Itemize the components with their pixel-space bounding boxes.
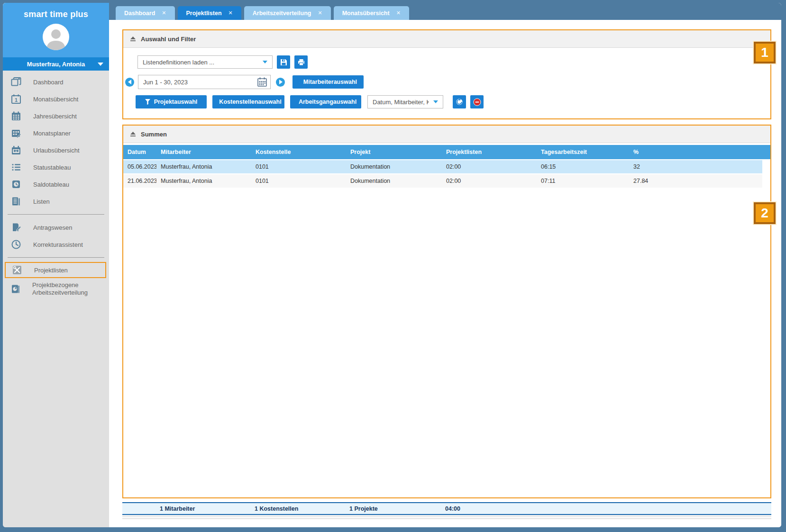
avatar [43, 24, 69, 50]
date-range-input[interactable]: Jun 1 - 30, 2023 [138, 75, 271, 89]
month-planner-icon [10, 127, 22, 139]
sidebar-item-listen[interactable]: Listen [3, 193, 109, 210]
correction-assistant-icon [10, 239, 22, 250]
summen-table: Datum Mitarbeiter Kostenstelle Projekt P… [123, 143, 770, 188]
people-icon [299, 79, 300, 85]
tab-monatsuebersicht[interactable]: Monatsübersicht ✕ [334, 6, 409, 20]
sidebar-item-label: Dashboard [33, 79, 64, 86]
date-range-value: Jun 1 - 30, 2023 [143, 79, 188, 86]
user-menu[interactable]: Musterfrau, Antonia [3, 57, 109, 71]
save-icon [280, 59, 287, 66]
cell-projektlisten: 02:00 [442, 178, 537, 184]
column-header-projektlisten[interactable]: Projektlisten [442, 149, 537, 155]
tab-bar: Dashboard ✕ Projektlisten ✕ Arbeitszeitv… [109, 3, 781, 20]
save-button[interactable] [277, 55, 290, 69]
cell-datum: 21.06.2023 [123, 178, 156, 184]
projektauswahl-button[interactable]: Projektauswahl [136, 95, 207, 108]
column-header-kostenstelle[interactable]: Kostenstelle [251, 149, 346, 155]
summary-projekte: 1 Projekte [345, 505, 441, 512]
sidebar-item-label: Saldotableau [33, 181, 69, 188]
sidebar-header: smart time plus [3, 3, 109, 57]
content: Auswahl und Filter Listendefinitionen la… [109, 20, 781, 527]
tab-dashboard[interactable]: Dashboard ✕ [116, 6, 175, 20]
cell-projekt: Dokumentation [346, 178, 442, 184]
remove-icon [473, 98, 481, 106]
summary-bar: 1 Mitarbeiter 1 Kostenstellen 1 Projekte… [122, 502, 771, 515]
project-worktime-icon [10, 283, 21, 295]
table-row[interactable]: 21.06.2023 Musterfrau, Antonia 0101 Doku… [123, 174, 762, 188]
next-period-button[interactable] [276, 78, 285, 87]
sidebar-divider [8, 257, 104, 258]
summary-kostenstellen: 1 Kostenstellen [250, 505, 345, 512]
cell-mitarbeiter: Musterfrau, Antonia [156, 163, 251, 170]
app-title: smart time plus [3, 3, 109, 19]
user-name: Musterfrau, Antonia [27, 61, 85, 68]
column-header-percent[interactable]: % [629, 149, 770, 155]
cell-projektlisten: 02:00 [442, 163, 537, 170]
close-icon[interactable]: ✕ [396, 10, 401, 16]
table-row[interactable]: 05.06.2023 Musterfrau, Antonia 0101 Doku… [123, 160, 762, 173]
main-area: Dashboard ✕ Projektlisten ✕ Arbeitszeitv… [109, 3, 781, 527]
sort-select[interactable]: Datum, Mitarbeiter, K... [367, 95, 443, 108]
chevron-down-icon [263, 61, 267, 63]
status-tableau-icon [10, 162, 22, 173]
refresh-button[interactable] [453, 95, 466, 108]
sidebar-item-dashboard[interactable]: Dashboard [3, 73, 109, 90]
sidebar-item-projektbezogene-arbeitszeitverteilung[interactable]: Projektbezogene Arbeitszeitverteilung [3, 278, 109, 300]
cell-datum: 05.06.2023 [123, 163, 156, 170]
cell-kostenstelle: 0101 [251, 163, 346, 170]
tab-arbeitszeitverteilung[interactable]: Arbeitszeitverteilung ✕ [244, 6, 331, 20]
button-label: Arbeitsgangauswahl [299, 99, 356, 105]
saldo-tableau-icon [10, 179, 22, 190]
sidebar-item-antragswesen[interactable]: Antragswesen [3, 219, 109, 236]
summary-mitarbeiter: 1 Mitarbeiter [155, 505, 250, 512]
button-label: Kostenstellenauswahl [219, 99, 281, 105]
sidebar-item-label: Monatsübersicht [33, 96, 78, 103]
sidebar-item-saldotableau[interactable]: Saldotableau [3, 176, 109, 193]
collapse-icon[interactable] [130, 132, 136, 137]
summen-panel-header[interactable]: Summen [123, 126, 770, 143]
sidebar-menu: Dashboard 1 Monatsübersicht Jahresübersi… [3, 71, 109, 527]
arbeitsgangauswahl-button[interactable]: Arbeitsgangauswahl [290, 95, 361, 108]
sidebar-divider [8, 214, 104, 215]
sidebar-item-projektlisten[interactable]: Projektlisten [5, 262, 106, 278]
column-header-datum[interactable]: Datum [123, 149, 156, 155]
filter-panel-header[interactable]: Auswahl und Filter [123, 30, 770, 48]
print-button[interactable] [294, 55, 308, 69]
sidebar-item-urlaubsuebersicht[interactable]: Urlaubsübersicht [3, 142, 109, 159]
kostenstellenauswahl-button[interactable]: Kostenstellenauswahl [212, 95, 284, 108]
sidebar-item-monatsplaner[interactable]: Monatsplaner [3, 125, 109, 142]
sidebar-item-label: Urlaubsübersicht [33, 147, 80, 154]
cell-mitarbeiter: Musterfrau, Antonia [156, 178, 251, 184]
refresh-icon [456, 98, 463, 106]
chevron-down-icon [98, 63, 103, 66]
requests-icon [10, 222, 22, 233]
cell-kostenstelle: 0101 [251, 178, 346, 184]
tab-projektlisten[interactable]: Projektlisten ✕ [178, 6, 241, 20]
tab-label: Monatsübersicht [342, 10, 390, 17]
column-header-tagesarbeitszeit[interactable]: Tagesarbeitszeit [537, 149, 629, 155]
mitarbeiterauswahl-button[interactable]: Mitarbeiterauswahl [292, 75, 364, 89]
collapse-icon[interactable] [130, 36, 136, 42]
tab-label: Projektlisten [186, 10, 222, 17]
previous-period-button[interactable] [125, 78, 134, 87]
sidebar-item-jahresuebersicht[interactable]: Jahresübersicht [3, 108, 109, 125]
tab-label: Arbeitszeitverteilung [253, 10, 311, 17]
project-lists-icon [11, 264, 23, 276]
calendar-icon[interactable] [257, 77, 267, 87]
remove-filter-button[interactable] [470, 95, 484, 108]
tab-label: Dashboard [124, 10, 155, 17]
listendefinitionen-select[interactable]: Listendefinitionen laden ... [137, 55, 273, 69]
sidebar-item-korrekturassistent[interactable]: Korrekturassistent [3, 236, 109, 253]
app-window: smart time plus Musterfrau, Antonia Dash… [3, 3, 781, 527]
column-header-mitarbeiter[interactable]: Mitarbeiter [156, 149, 251, 155]
sidebar-item-statustableau[interactable]: Statustableau [3, 159, 109, 176]
print-icon [298, 59, 305, 66]
close-icon[interactable]: ✕ [318, 10, 322, 16]
close-icon[interactable]: ✕ [228, 10, 233, 16]
button-label: Mitarbeiterauswahl [303, 79, 357, 85]
column-header-projekt[interactable]: Projekt [346, 149, 442, 155]
sidebar-item-label: Projektlisten [34, 267, 68, 274]
close-icon[interactable]: ✕ [162, 10, 166, 16]
sidebar-item-monatsuebersicht[interactable]: 1 Monatsübersicht [3, 90, 109, 108]
